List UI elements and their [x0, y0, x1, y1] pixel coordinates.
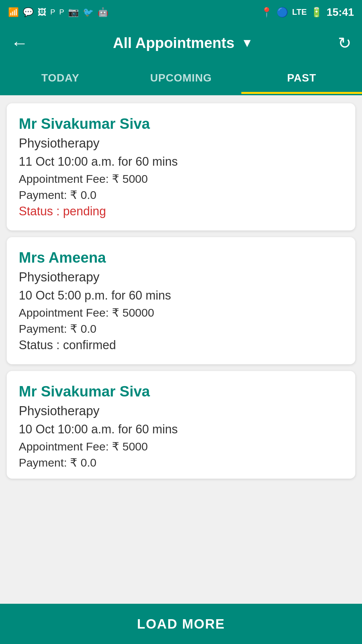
- battery-icon: 🔋: [311, 7, 322, 18]
- status-bar-right: 📍 🔵 LTE 🔋 15:41: [261, 6, 354, 18]
- appointment-card-2[interactable]: Mrs Ameena Physiotherapy 10 Oct 5:00 p.m…: [7, 237, 355, 364]
- app-bar: ← All Appointments ▼ ↻: [0, 24, 362, 62]
- app-icon-2: P: [59, 8, 64, 16]
- back-button[interactable]: ←: [11, 34, 28, 52]
- gallery-icon: 🖼: [38, 7, 46, 17]
- appointment-status-2: Status : confirmed: [19, 338, 343, 352]
- location-icon: 📍: [261, 7, 273, 18]
- appointment-card-3[interactable]: Mr Sivakumar Siva Physiotherapy 10 Oct 1…: [7, 371, 355, 479]
- tab-bar: TODAY UPCOMING PAST: [0, 62, 362, 95]
- status-bar-left: 📶 💬 🖼 P P 📷 🐦 🤖: [8, 7, 108, 17]
- status-bar: 📶 💬 🖼 P P 📷 🐦 🤖 📍 🔵 LTE 🔋 15:41: [0, 0, 362, 24]
- bluetooth-icon: 🔵: [277, 7, 288, 18]
- signal-icon: LTE: [292, 7, 307, 17]
- appointment-date-3: 10 Oct 10:00 a.m. for 60 mins: [19, 422, 343, 436]
- twitter-icon: 🐦: [83, 7, 94, 17]
- app-icon-1: P: [50, 8, 55, 16]
- appointment-payment-3: Payment: ₹ 0.0: [19, 456, 343, 469]
- service-type-3: Physiotherapy: [19, 404, 343, 418]
- status-time: 15:41: [326, 6, 354, 18]
- dropdown-icon[interactable]: ▼: [241, 36, 253, 50]
- wifi-icon: 📶: [8, 7, 19, 17]
- appointment-date-1: 11 Oct 10:00 a.m. for 60 mins: [19, 155, 343, 169]
- tab-upcoming-label: UPCOMING: [150, 72, 212, 84]
- app-bar-title-container: All Appointments ▼: [28, 35, 338, 51]
- appointments-list: Mr Sivakumar Siva Physiotherapy 11 Oct 1…: [0, 95, 362, 532]
- patient-name-3: Mr Sivakumar Siva: [19, 383, 343, 400]
- patient-name-2: Mrs Ameena: [19, 249, 343, 266]
- appointment-card-1[interactable]: Mr Sivakumar Siva Physiotherapy 11 Oct 1…: [7, 103, 355, 230]
- android-icon: 🤖: [98, 7, 108, 17]
- tab-past-label: PAST: [287, 72, 316, 84]
- appointment-fee-2: Appointment Fee: ₹ 50000: [19, 306, 343, 319]
- camera-icon: 📷: [68, 7, 79, 17]
- appointment-payment-1: Payment: ₹ 0.0: [19, 188, 343, 202]
- appointment-status-1: Status : pending: [19, 204, 343, 218]
- service-type-2: Physiotherapy: [19, 270, 343, 284]
- tab-today[interactable]: TODAY: [0, 62, 121, 95]
- patient-name-1: Mr Sivakumar Siva: [19, 115, 343, 132]
- page-title: All Appointments: [113, 35, 235, 51]
- tab-today-label: TODAY: [41, 72, 79, 84]
- appointment-fee-3: Appointment Fee: ₹ 5000: [19, 440, 343, 453]
- tab-past[interactable]: PAST: [241, 62, 362, 95]
- service-type-1: Physiotherapy: [19, 136, 343, 151]
- appointment-fee-1: Appointment Fee: ₹ 5000: [19, 172, 343, 185]
- appointment-payment-2: Payment: ₹ 0.0: [19, 322, 343, 335]
- tab-upcoming[interactable]: UPCOMING: [121, 62, 241, 95]
- whatsapp-icon: 💬: [23, 7, 34, 17]
- appointment-date-2: 10 Oct 5:00 p.m. for 60 mins: [19, 288, 343, 303]
- load-more-button[interactable]: LOAD MORE: [0, 604, 362, 644]
- refresh-button[interactable]: ↻: [338, 34, 351, 52]
